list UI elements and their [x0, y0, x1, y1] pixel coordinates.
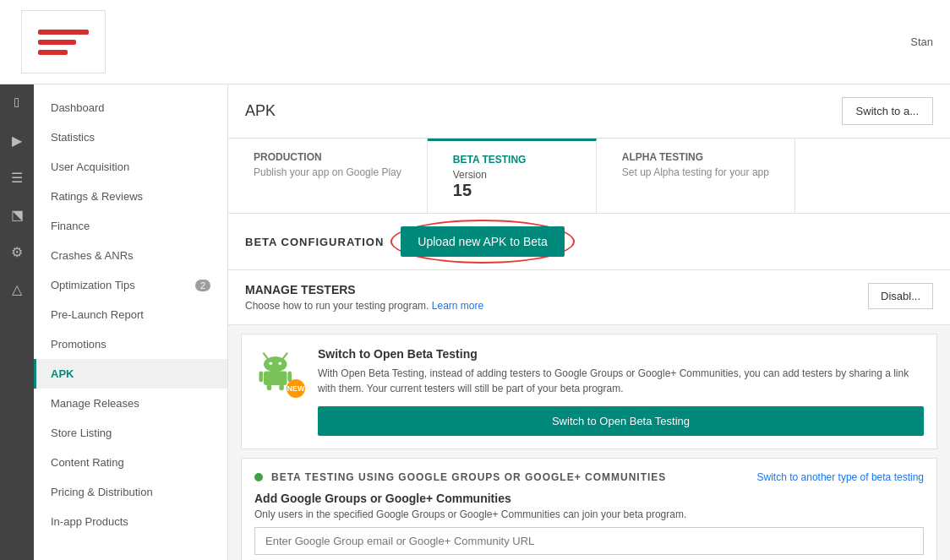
switch-beta-type-link[interactable]: Switch to another type of beta testing: [757, 471, 924, 483]
switch-beta-card: NEW Switch to Open Beta Testing With Ope…: [241, 334, 937, 449]
android-robot-wrapper: NEW: [254, 347, 305, 398]
nav-item-manage-releases[interactable]: Manage Releases: [34, 389, 227, 418]
disable-button[interactable]: Disabl...: [868, 283, 933, 309]
left-nav: Dashboard Statistics User Acquisition Ra…: [34, 84, 228, 560]
upload-btn-wrapper: Upload new APK to Beta: [401, 226, 564, 257]
main-area:  ▶ ☰ ⬔ ⚙ △ Dashboard Statistics User Ac…: [0, 84, 950, 560]
tab-alpha-title: ALPHA TESTING: [622, 151, 769, 163]
nav-item-content-rating[interactable]: Content Rating: [34, 448, 227, 477]
bell-sidebar-icon[interactable]: △: [7, 279, 27, 299]
nav-item-prelaunch[interactable]: Pre-Launch Report: [34, 300, 227, 329]
optimization-badge: 2: [195, 280, 210, 291]
svg-point-2: [264, 356, 287, 372]
app-container: Stan  ▶ ☰ ⬔ ⚙ △ Dashboard Statistics Us…: [0, 0, 950, 560]
logo-area: [0, 2, 127, 82]
svg-point-4: [278, 362, 281, 365]
card-body: Switch to Open Beta Testing With Open Be…: [318, 347, 924, 436]
tab-production-title: PRODUCTION: [254, 151, 401, 163]
manage-section: MANAGE TESTERS Choose how to run your te…: [228, 270, 950, 325]
main-content: APK Switch to a... PRODUCTION Publish yo…: [228, 84, 950, 560]
svg-rect-6: [259, 371, 264, 382]
tab-beta-version-num: 15: [453, 181, 571, 200]
top-bar-right: Stan: [910, 35, 950, 48]
tab-alpha-sub: Set up Alpha testing for your app: [622, 166, 769, 178]
settings-sidebar-icon[interactable]: ⚙: [7, 242, 27, 262]
page-title: APK: [245, 102, 276, 120]
switch-button[interactable]: Switch to a...: [842, 97, 933, 125]
logo-box: [21, 10, 106, 73]
tab-production-sub: Publish your app on Google Play: [254, 166, 401, 178]
nav-item-store-listing[interactable]: Store Listing: [34, 418, 227, 448]
tab-beta-testing[interactable]: BETA TESTING Version 15: [428, 139, 597, 213]
android-sidebar-icon[interactable]: : [7, 93, 27, 113]
card-header: NEW Switch to Open Beta Testing With Ope…: [254, 347, 924, 436]
groups-title: BETA TESTING USING GOOGLE GROUPS OR GOOG…: [271, 471, 666, 483]
logo-lines: [38, 30, 89, 55]
tab-beta-version-label: Version: [453, 169, 571, 181]
switch-card-desc: With Open Beta Testing, instead of addin…: [318, 366, 924, 396]
content-header: APK Switch to a...: [228, 84, 950, 139]
nav-item-user-acquisition[interactable]: User Acquisition: [34, 152, 227, 182]
nav-item-optimization[interactable]: Optimization Tips 2: [34, 270, 227, 300]
tabs-row: PRODUCTION Publish your app on Google Pl…: [228, 139, 950, 214]
config-label: BETA CONFIGURATION: [245, 236, 384, 248]
groups-add-title: Add Google Groups or Google+ Communities: [254, 492, 924, 505]
nav-item-statistics[interactable]: Statistics: [34, 122, 227, 152]
learn-more-link[interactable]: Learn more: [432, 300, 483, 312]
nav-item-crashes[interactable]: Crashes & ANRs: [34, 241, 227, 270]
nav-item-dashboard[interactable]: Dashboard: [34, 93, 227, 122]
menu-sidebar-icon[interactable]: ☰: [7, 167, 27, 188]
svg-rect-8: [267, 384, 272, 390]
logo-line-3: [38, 50, 68, 55]
group-email-input[interactable]: [254, 527, 924, 555]
logo-line-1: [38, 30, 89, 35]
nav-item-promotions[interactable]: Promotions: [34, 329, 227, 359]
top-bar: Stan: [0, 0, 950, 84]
svg-point-3: [269, 362, 272, 365]
db-sidebar-icon[interactable]: ⬔: [7, 204, 27, 225]
config-section: BETA CONFIGURATION Upload new APK to Bet…: [228, 214, 950, 270]
nav-item-finance[interactable]: Finance: [34, 211, 227, 241]
nav-item-inapp-products[interactable]: In-app Products: [34, 507, 227, 536]
new-badge: NEW: [287, 379, 305, 398]
svg-rect-5: [264, 371, 287, 385]
tab-production[interactable]: PRODUCTION Publish your app on Google Pl…: [228, 139, 428, 213]
manage-title: MANAGE TESTERS: [245, 283, 483, 296]
sidebar-icons:  ▶ ☰ ⬔ ⚙ △: [0, 84, 34, 560]
games-sidebar-icon[interactable]: ▶: [7, 130, 27, 150]
svg-rect-9: [279, 384, 284, 390]
status-dot: [254, 473, 263, 481]
manage-left: MANAGE TESTERS Choose how to run your te…: [245, 283, 483, 312]
tab-alpha-testing[interactable]: ALPHA TESTING Set up Alpha testing for y…: [597, 139, 795, 213]
nav-item-pricing[interactable]: Pricing & Distribution: [34, 477, 227, 507]
logo-line-2: [38, 40, 76, 45]
nav-item-apk[interactable]: APK: [34, 359, 227, 389]
manage-sub: Choose how to run your testing program. …: [245, 300, 483, 312]
tab-beta-title: BETA TESTING: [453, 154, 571, 166]
upload-apk-button[interactable]: Upload new APK to Beta: [401, 226, 564, 257]
switch-open-beta-button[interactable]: Switch to Open Beta Testing: [318, 406, 924, 436]
nav-item-ratings-reviews[interactable]: Ratings & Reviews: [34, 182, 227, 211]
groups-card: BETA TESTING USING GOOGLE GROUPS OR GOOG…: [241, 458, 937, 560]
groups-add-sub: Only users in the specified Google Group…: [254, 508, 924, 520]
switch-card-title: Switch to Open Beta Testing: [318, 347, 924, 361]
groups-header: BETA TESTING USING GOOGLE GROUPS OR GOOG…: [254, 471, 924, 483]
